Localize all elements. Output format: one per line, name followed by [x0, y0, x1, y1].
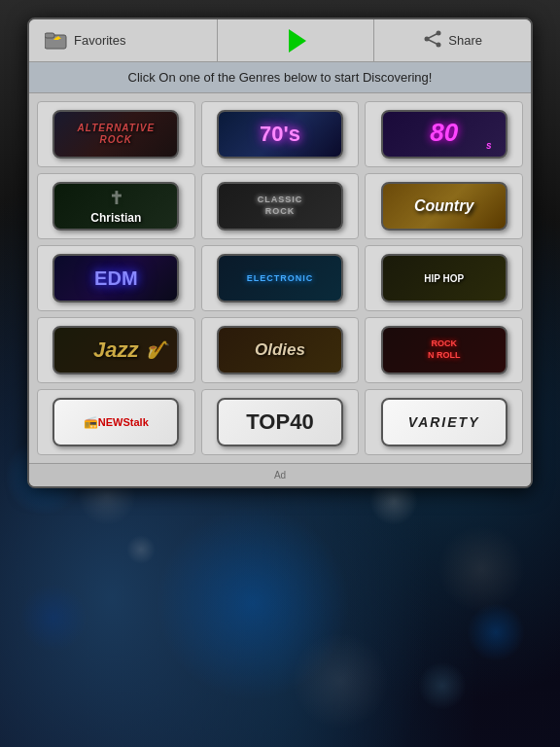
rocknroll-label: Rockn Roll	[428, 338, 461, 361]
share-icon	[423, 30, 442, 51]
electronic-label: ELECTRONIC	[247, 273, 314, 283]
genre-cell-jazz[interactable]: Jazz 🎷	[37, 317, 195, 383]
hiphop-label: HIP HOP	[424, 273, 464, 284]
80s-superscript: s	[486, 140, 492, 151]
genre-cell-oldies[interactable]: Oldies	[201, 317, 360, 383]
genre-cell-electronic[interactable]: ELECTRONIC	[201, 245, 360, 311]
favorites-label: Favorites	[74, 33, 125, 48]
christian-label: Christian	[90, 211, 141, 225]
genre-btn-variety[interactable]: VARIETY	[381, 398, 508, 446]
genre-cell-hiphop[interactable]: HIP HOP	[365, 245, 523, 311]
ad-bar: Ad	[29, 463, 531, 486]
alt-rock-label: ALTERNATIVEROCK	[78, 123, 156, 146]
svg-rect-1	[45, 33, 54, 38]
play-triangle	[289, 29, 306, 53]
share-button[interactable]: Share	[374, 19, 531, 61]
variety-label: VARIETY	[408, 414, 480, 430]
jazz-label: Jazz	[93, 338, 138, 363]
instruction-text: Click On one of the Genres below to star…	[128, 70, 433, 85]
genre-grid: ALTERNATIVEROCK 70's 80 s Christian ✝ CL…	[29, 93, 531, 463]
genre-btn-70s[interactable]: 70's	[217, 110, 343, 159]
ad-text: Ad	[274, 470, 286, 480]
genre-cell-christian[interactable]: Christian ✝	[37, 173, 195, 239]
genre-btn-electronic[interactable]: ELECTRONIC	[217, 254, 343, 302]
classic-rock-label: CLASSICROCK	[258, 195, 303, 217]
genre-btn-oldies[interactable]: Oldies	[217, 326, 343, 374]
play-button[interactable]	[218, 19, 375, 61]
app-container: Favorites Share Click On one of the Genr…	[27, 18, 533, 488]
genre-btn-jazz[interactable]: Jazz 🎷	[52, 326, 179, 374]
genre-btn-hiphop[interactable]: HIP HOP	[381, 254, 508, 302]
newstalk-label: 📻NEWStalk	[84, 415, 149, 429]
genre-btn-edm[interactable]: EDM	[52, 254, 179, 302]
oldies-label: Oldies	[255, 340, 305, 360]
genre-btn-rocknroll[interactable]: Rockn Roll	[381, 326, 508, 374]
genre-cell-rocknroll[interactable]: Rockn Roll	[365, 317, 523, 383]
genre-btn-classic-rock[interactable]: CLASSICROCK	[217, 182, 343, 231]
svg-line-7	[427, 33, 438, 39]
edm-label: EDM	[94, 267, 137, 290]
folder-icon	[45, 31, 68, 51]
favorites-button[interactable]: Favorites	[29, 19, 218, 61]
top40-label: TOP40	[246, 409, 313, 435]
genre-cell-alt-rock[interactable]: ALTERNATIVEROCK	[37, 101, 195, 167]
instruction-bar: Click On one of the Genres below to star…	[29, 62, 531, 93]
genre-btn-christian[interactable]: Christian ✝	[52, 182, 179, 231]
share-label: Share	[448, 33, 482, 48]
jazz-icon: 🎷	[146, 339, 167, 361]
genre-cell-newstalk[interactable]: 📻NEWStalk	[37, 389, 195, 455]
genre-btn-country[interactable]: Country	[381, 182, 508, 231]
genre-cell-country[interactable]: Country	[365, 173, 523, 239]
svg-line-8	[427, 39, 438, 45]
genre-cell-80s[interactable]: 80 s	[365, 101, 523, 167]
genre-btn-alt-rock[interactable]: ALTERNATIVEROCK	[52, 110, 179, 159]
genre-cell-variety[interactable]: VARIETY	[365, 389, 523, 455]
70s-label: 70's	[260, 122, 300, 147]
genre-btn-newstalk[interactable]: 📻NEWStalk	[52, 398, 179, 446]
genre-cell-70s[interactable]: 70's	[201, 101, 360, 167]
christian-bg: ✝	[54, 188, 177, 209]
country-label: Country	[414, 197, 473, 215]
genre-cell-classic-rock[interactable]: CLASSICROCK	[201, 173, 360, 239]
genre-cell-top40[interactable]: TOP40	[201, 389, 360, 455]
80s-label: 80	[430, 118, 458, 148]
toolbar: Favorites Share	[29, 19, 531, 62]
play-icon[interactable]	[281, 26, 310, 55]
genre-btn-80s[interactable]: 80 s	[381, 110, 508, 159]
genre-cell-edm[interactable]: EDM	[37, 245, 195, 311]
genre-btn-top40[interactable]: TOP40	[217, 398, 343, 446]
